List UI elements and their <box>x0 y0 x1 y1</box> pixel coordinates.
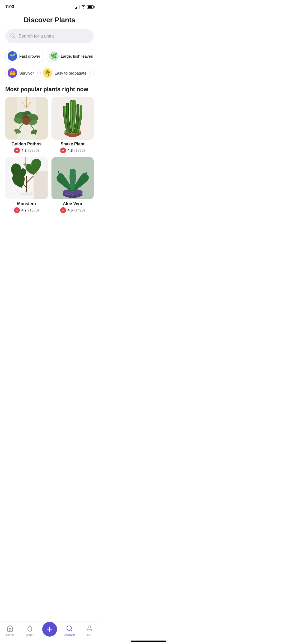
status-bar: 7:03 <box>0 0 99 12</box>
status-icons <box>75 5 94 9</box>
chip-large-leaves[interactable]: 🌿 Large, lush leaves <box>47 49 94 63</box>
chip-icon-propagate: 🌴 <box>43 68 52 78</box>
rating-count-monstera: (1950) <box>28 208 39 212</box>
categories: 🌱 Fast grower 🌿 Large, lush leaves 🐱 Pe…… <box>0 49 99 80</box>
plant-rating-snake-plant: ♥ 4.8 (1732) <box>51 148 94 153</box>
chip-label-fast-grower: Fast grower <box>19 54 40 58</box>
chip-survivor[interactable]: 🤲 Survivor <box>5 66 38 80</box>
svg-rect-22 <box>36 172 37 174</box>
plant-image-snake-plant <box>51 97 94 140</box>
heart-icon-snake-plant: ♥ <box>60 148 66 153</box>
category-row-2: 🤲 Survivor 🌴 Easy to propagate 🌸 Bloo… <box>5 66 94 80</box>
wifi-icon <box>81 5 86 9</box>
plant-name-monstera: Monstera <box>5 201 48 206</box>
plant-card-aloe[interactable]: Aloe Vera ♥ 4.6 (1423) <box>51 157 94 213</box>
chip-label-propagate: Easy to propagate <box>54 71 87 75</box>
signal-icon <box>75 5 80 9</box>
rating-count-snake-plant: (1732) <box>74 148 85 153</box>
chip-label-large-leaves: Large, lush leaves <box>61 54 93 58</box>
plant-name-aloe: Aloe Vera <box>51 201 94 206</box>
plant-image-golden-pothos <box>5 97 48 140</box>
svg-point-29 <box>23 163 27 166</box>
rating-count-aloe: (1423) <box>74 208 85 212</box>
rating-value-monstera: 4.7 <box>21 208 26 212</box>
heart-icon-monstera: ♥ <box>14 207 20 213</box>
plant-image-aloe <box>51 157 94 200</box>
chip-fast-grower[interactable]: 🌱 Fast grower <box>5 49 44 63</box>
plant-name-snake-plant: Snake Plant <box>51 142 94 146</box>
plant-card-snake-plant[interactable]: Snake Plant ♥ 4.8 (1732) <box>51 97 94 153</box>
chip-blooms[interactable]: 🌸 Bloo… <box>93 66 94 80</box>
chip-propagate[interactable]: 🌴 Easy to propagate <box>40 66 91 80</box>
search-icon <box>10 33 15 39</box>
search-placeholder-text: Search for a plant <box>18 34 54 39</box>
svg-rect-21 <box>34 171 48 199</box>
search-bar[interactable]: Search for a plant <box>5 29 94 43</box>
rating-value-golden-pothos: 4.8 <box>21 148 26 153</box>
plant-image-monstera <box>5 157 48 200</box>
popular-section-title: Most popular plants right now <box>5 86 94 93</box>
plant-rating-aloe: ♥ 4.6 (1423) <box>51 207 94 213</box>
main-content: Discover Plants Search for a plant 🌱 Fas… <box>0 16 99 242</box>
rating-value-aloe: 4.6 <box>68 208 73 212</box>
plant-grid: Golden Pothos ♥ 4.8 (2280) <box>5 97 94 213</box>
page-title: Discover Plants <box>5 16 94 24</box>
category-row-1: 🌱 Fast grower 🌿 Large, lush leaves 🐱 Pe… <box>5 49 94 63</box>
plant-name-golden-pothos: Golden Pothos <box>5 142 48 146</box>
status-time: 7:03 <box>5 4 14 10</box>
rating-value-snake-plant: 4.8 <box>68 148 73 153</box>
chip-icon-survivor: 🤲 <box>8 68 17 78</box>
chip-icon-fast-grower: 🌱 <box>8 51 17 61</box>
plant-card-golden-pothos[interactable]: Golden Pothos ♥ 4.8 (2280) <box>5 97 48 153</box>
heart-icon-golden-pothos: ♥ <box>14 148 20 153</box>
chip-icon-large-leaves: 🌿 <box>49 51 59 61</box>
chip-label-survivor: Survivor <box>19 71 34 75</box>
plant-rating-monstera: ♥ 4.7 (1950) <box>5 207 48 213</box>
rating-count-golden-pothos: (2280) <box>28 148 39 153</box>
heart-icon-aloe: ♥ <box>60 207 66 213</box>
plant-rating-golden-pothos: ♥ 4.8 (2280) <box>5 148 48 153</box>
battery-icon <box>87 5 94 9</box>
plant-card-monstera[interactable]: Monstera ♥ 4.7 (1950) <box>5 157 48 213</box>
